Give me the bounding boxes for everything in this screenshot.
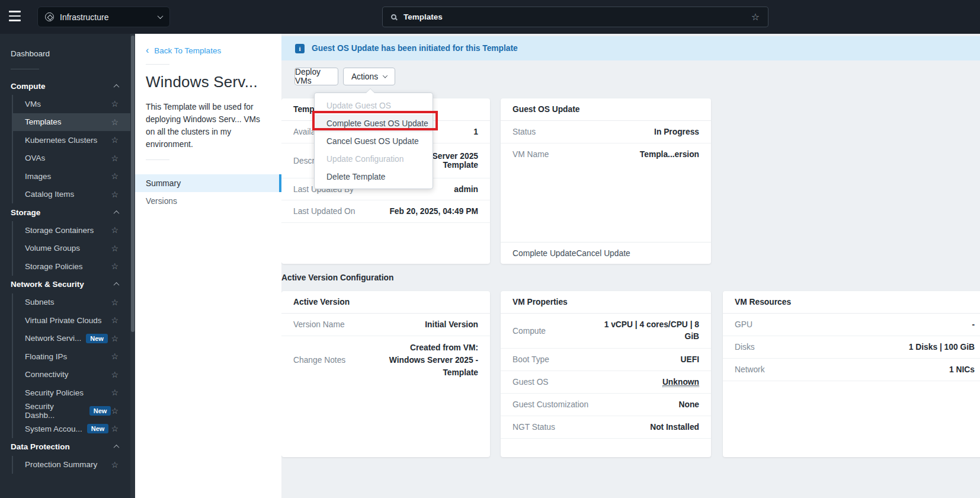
save-search-star-icon[interactable]: ☆	[751, 11, 760, 23]
sidebar-item-templates[interactable]: Templates ☆	[13, 113, 130, 132]
guest-os-row: Guest OS Unknown	[501, 371, 711, 394]
sidebar-item-label: Storage Containers	[25, 226, 94, 235]
favorite-star-icon[interactable]: ☆	[111, 190, 119, 199]
change-notes-row: Change Notes Created from VM: Windows Se…	[281, 336, 490, 384]
field-label: Guest OS	[513, 378, 549, 387]
sidebar-item-system-accounts[interactable]: System Accou... New ☆	[13, 420, 130, 438]
deploy-vms-button[interactable]: Deploy VMs	[294, 68, 338, 85]
field-label: Change Notes	[293, 356, 345, 365]
section-title: Active Version Configuration	[281, 273, 393, 282]
complete-update-link[interactable]: Complete Update	[513, 249, 576, 258]
favorite-star-icon[interactable]: ☆	[111, 406, 119, 416]
menu-item-cancel-guest-os-update[interactable]: Cancel Guest OS Update	[315, 132, 433, 150]
favorite-star-icon[interactable]: ☆	[111, 298, 119, 307]
sidebar-item-vms[interactable]: VMs ☆	[13, 95, 130, 113]
sidebar-item-protection-summary[interactable]: Protection Summary ☆	[13, 456, 130, 474]
sidebar-item-storage-containers[interactable]: Storage Containers ☆	[13, 221, 130, 240]
sidebar-item-volume-groups[interactable]: Volume Groups ☆	[13, 240, 130, 258]
menu-item-label: Update Guest OS	[326, 101, 391, 110]
favorite-star-icon[interactable]: ☆	[111, 135, 119, 145]
favorite-star-icon[interactable]: ☆	[111, 244, 119, 253]
favorite-star-icon[interactable]: ☆	[111, 261, 119, 271]
global-search-input[interactable]: Templates ☆	[382, 7, 768, 27]
sidebar-item-subnets[interactable]: Subnets ☆	[13, 293, 130, 312]
field-label: Guest Customization	[513, 400, 588, 409]
favorite-star-icon[interactable]: ☆	[111, 460, 119, 470]
hamburger-menu-icon[interactable]	[9, 11, 22, 23]
field-label: NGT Status	[513, 423, 555, 432]
scrollbar-thumb[interactable]	[131, 36, 134, 332]
sidebar-item-label: Images	[25, 172, 51, 181]
main-content: i Guest OS Update has been initiated for…	[281, 34, 980, 498]
guest-os-update-card: Guest OS Update Status In Progress VM Na…	[501, 98, 711, 264]
favorite-star-icon[interactable]: ☆	[111, 388, 119, 397]
favorite-star-icon[interactable]: ☆	[111, 334, 119, 343]
sidebar-scrollbar[interactable]	[130, 34, 135, 498]
actions-button[interactable]: Actions	[343, 68, 395, 85]
sidebar-item-label: Storage Policies	[25, 262, 83, 271]
app-switcher-label: Infrastructure	[60, 12, 108, 22]
active-version-card: Active Version Version Name Initial Vers…	[281, 291, 490, 457]
menu-item-update-guest-os: Update Guest OS	[315, 97, 433, 114]
sidebar-section-data-protection[interactable]: Data Protection	[0, 438, 130, 456]
last-updated-on-row: Last Updated On Feb 20, 2025, 04:49 PM	[281, 200, 490, 223]
sidebar-item-label: Protection Summary	[25, 460, 97, 469]
cancel-update-link[interactable]: Cancel Update	[576, 249, 630, 258]
gpu-row: GPU -	[723, 314, 980, 336]
back-link-label: Back To Templates	[154, 46, 221, 55]
sidebar-item-network-services[interactable]: Network Servi... New ☆	[13, 330, 130, 348]
section-label: Network & Security	[11, 280, 84, 289]
field-value: None	[679, 400, 700, 409]
page-title: Windows Serv...	[146, 73, 271, 91]
sidebar-item-ovas[interactable]: OVAs ☆	[13, 149, 130, 168]
menu-item-complete-guest-os-update[interactable]: Complete Guest OS Update	[315, 114, 433, 132]
sidebar-section-network-security[interactable]: Network & Security	[0, 276, 130, 293]
sidebar-item-label: Dashboard	[11, 49, 50, 58]
sidebar-item-security-policies[interactable]: Security Policies ☆	[13, 384, 130, 402]
field-value: Created from VM: Windows Server 2025 - T…	[377, 341, 478, 379]
vm-resources-card: VM Resources GPU - Disks 1 Disks | 100 G…	[723, 291, 980, 457]
favorite-star-icon[interactable]: ☆	[111, 424, 119, 433]
sidebar-item-dashboard[interactable]: Dashboard	[0, 46, 130, 61]
favorite-star-icon[interactable]: ☆	[111, 117, 119, 127]
sidebar-item-storage-policies[interactable]: Storage Policies ☆	[13, 257, 130, 276]
sidebar-item-kubernetes-clusters[interactable]: Kubernetes Clusters ☆	[13, 131, 130, 149]
sidebar-item-label: Subnets	[25, 298, 55, 307]
sidebar-item-virtual-private-clouds[interactable]: Virtual Private Clouds ☆	[13, 311, 130, 330]
sidebar-item-images[interactable]: Images ☆	[13, 167, 130, 186]
sidebar-item-security-dashboard[interactable]: Security Dashb... New ☆	[13, 402, 130, 420]
favorite-star-icon[interactable]: ☆	[111, 225, 119, 235]
app-logo-icon	[45, 12, 54, 21]
favorite-star-icon[interactable]: ☆	[111, 315, 119, 325]
card-title: Guest OS Update	[501, 98, 711, 121]
sidebar-item-floating-ips[interactable]: Floating IPs ☆	[13, 347, 130, 366]
favorite-star-icon[interactable]: ☆	[111, 154, 119, 163]
new-badge: New	[89, 406, 111, 416]
app-switcher-dropdown[interactable]: Infrastructure	[37, 7, 170, 27]
status-value: In Progress	[654, 127, 699, 136]
menu-item-delete-template[interactable]: Delete Template	[315, 168, 433, 186]
sidebar-item-catalog-items[interactable]: Catalog Items ☆	[13, 186, 130, 204]
menu-item-update-configuration: Update Configuration	[315, 150, 433, 168]
favorite-star-icon[interactable]: ☆	[111, 99, 119, 108]
version-name-row: Version Name Initial Version	[281, 314, 490, 336]
guest-os-value[interactable]: Unknown	[662, 378, 699, 387]
sidebar-item-connectivity[interactable]: Connectivity ☆	[13, 366, 130, 384]
guest-customization-row: Guest Customization None	[501, 394, 711, 416]
sidebar-section-compute[interactable]: Compute	[0, 77, 130, 95]
info-banner: i Guest OS Update has been initiated for…	[281, 36, 980, 60]
sidebar-divider	[11, 69, 39, 69]
back-to-templates-link[interactable]: ‹ Back To Templates	[146, 46, 281, 55]
favorite-star-icon[interactable]: ☆	[111, 171, 119, 181]
tab-summary[interactable]: Summary	[135, 174, 281, 192]
favorite-star-icon[interactable]: ☆	[111, 352, 119, 361]
tab-versions[interactable]: Versions	[135, 192, 281, 210]
sidebar-section-storage[interactable]: Storage	[0, 203, 130, 221]
button-label: Deploy VMs	[295, 68, 338, 85]
vm-properties-card: VM Properties Compute 1 vCPU | 4 cores/C…	[501, 291, 711, 457]
chevron-up-icon	[114, 84, 120, 90]
sidebar-item-label: System Accou...	[25, 424, 82, 433]
favorite-star-icon[interactable]: ☆	[111, 370, 119, 379]
tab-label: Versions	[146, 197, 177, 206]
chevron-down-icon	[383, 73, 387, 78]
